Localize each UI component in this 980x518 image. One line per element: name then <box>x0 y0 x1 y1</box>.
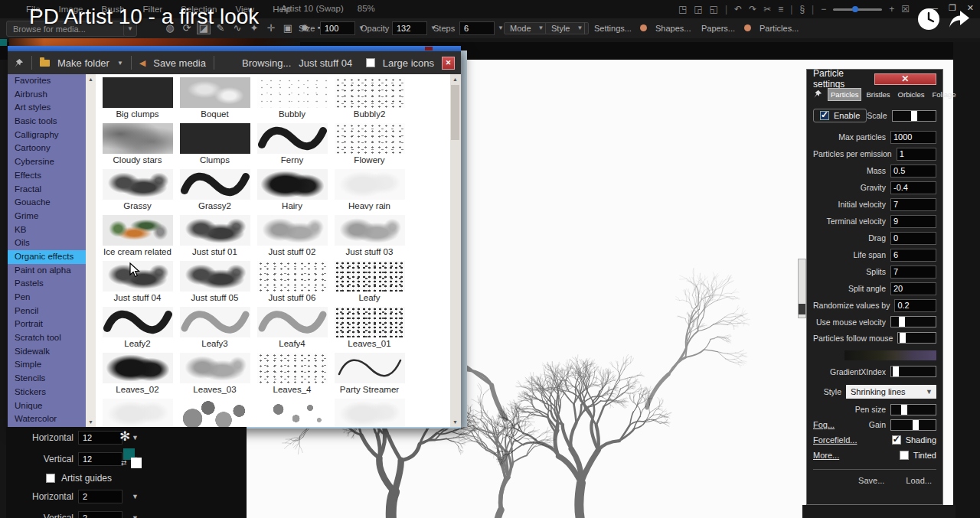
category-item[interactable]: Portrait <box>8 318 86 331</box>
cross-icon[interactable]: ✛ <box>265 22 277 34</box>
brush-item[interactable]: Ice cream related <box>99 215 176 256</box>
category-item[interactable]: Calligraphy <box>8 129 86 142</box>
field-input[interactable]: 0.5 <box>890 165 936 178</box>
brush-thumbnail[interactable] <box>180 353 250 383</box>
brush-item[interactable]: Leafy <box>331 261 408 302</box>
brush-thumbnail[interactable] <box>103 307 173 337</box>
enable-checkbox[interactable] <box>820 111 829 120</box>
brush-thumbnail[interactable] <box>335 215 405 246</box>
brush-item[interactable]: Bubbly2 <box>331 77 408 119</box>
category-item[interactable]: Paint on alpha <box>8 264 86 278</box>
field-input[interactable]: 1000 <box>890 131 936 144</box>
brush-thumbnail[interactable] <box>257 215 328 246</box>
field-input[interactable]: 0.2 <box>894 299 936 312</box>
slider-handle[interactable] <box>901 405 907 415</box>
tinted-checkbox[interactable] <box>900 451 909 460</box>
field-input[interactable]: 7 <box>890 198 936 211</box>
brush-thumbnail[interactable] <box>103 353 173 383</box>
save-media-button[interactable]: Save media <box>153 57 206 69</box>
brush-thumbnail[interactable] <box>180 123 250 154</box>
brush-thumbnail[interactable] <box>103 399 173 427</box>
category-item[interactable]: Organic effects <box>8 250 86 264</box>
section-icon[interactable]: § <box>799 4 805 15</box>
more-link[interactable]: More... <box>813 451 839 460</box>
pin-icon[interactable] <box>14 58 24 68</box>
category-item[interactable]: KB <box>8 223 86 237</box>
particle-tab[interactable]: Orbicles <box>896 89 927 100</box>
particles-follow-mouse-slider[interactable] <box>897 332 936 344</box>
dialog-titlebar[interactable] <box>8 46 461 51</box>
brush-item[interactable]: Big clumps <box>99 77 176 119</box>
field-input[interactable]: -0.4 <box>890 181 936 194</box>
brush-item[interactable]: Bubbly <box>253 77 331 119</box>
particle-panel-close-button[interactable]: ✕ <box>874 73 937 85</box>
category-item[interactable]: Gouache <box>8 196 86 210</box>
category-item[interactable]: Cybersine <box>8 155 86 169</box>
slider-handle[interactable] <box>893 367 899 376</box>
particle-tab[interactable]: Foliage <box>929 89 958 100</box>
scale-slider[interactable] <box>892 110 936 122</box>
particle-tab[interactable]: Bristles <box>864 89 892 100</box>
category-item[interactable]: Pencil <box>8 305 86 318</box>
zoom-out-icon[interactable]: − <box>821 4 826 15</box>
stamp-icon[interactable]: ▣ <box>282 22 294 34</box>
chevron-down-icon[interactable]: ▼ <box>132 493 139 500</box>
brush-item[interactable]: Just stuff 06 <box>253 261 331 302</box>
brush-item[interactable]: Party Streamer <box>331 353 408 394</box>
category-scrollbar[interactable]: ▲ ▼ <box>86 74 96 427</box>
load-button[interactable]: Load... <box>906 476 932 485</box>
undo-icon[interactable]: ↶ <box>734 4 742 15</box>
grid-scrollbar[interactable]: ▲ ▼ <box>450 74 461 427</box>
category-item[interactable]: Stencils <box>8 372 86 386</box>
brush-thumbnail[interactable] <box>103 169 173 200</box>
clone-tool-3-icon[interactable]: ◱ <box>710 4 718 15</box>
category-item[interactable]: Pen <box>8 291 86 305</box>
zoom-slider[interactable] <box>833 8 882 11</box>
brush-thumbnail[interactable] <box>335 261 405 292</box>
slider-handle[interactable] <box>900 333 906 343</box>
papers-button[interactable]: Papers... <box>701 21 735 35</box>
brush-item[interactable] <box>99 399 176 427</box>
zoom-slider-handle[interactable] <box>852 6 858 12</box>
brush-item[interactable] <box>176 399 253 427</box>
brush-item[interactable]: Boquet <box>176 77 253 119</box>
brush-thumbnail[interactable] <box>257 353 328 383</box>
clone-tool-2-icon[interactable]: ◲ <box>694 4 702 15</box>
brush-thumbnail[interactable] <box>257 399 328 427</box>
category-item[interactable]: Unique <box>8 399 86 413</box>
redo-icon[interactable]: ↷ <box>749 4 756 15</box>
mode-button[interactable]: Mode▼ <box>504 21 550 35</box>
brush-thumbnail[interactable] <box>180 77 250 108</box>
field-input[interactable]: 6 <box>890 249 936 262</box>
watch-later-icon[interactable] <box>917 8 940 31</box>
brush-item[interactable] <box>331 399 408 427</box>
brush-thumbnail[interactable] <box>103 77 173 108</box>
brush-thumbnail[interactable] <box>257 169 328 200</box>
category-item[interactable]: Airbrush <box>8 88 86 102</box>
category-item[interactable]: Cartoony <box>8 142 86 155</box>
field-input[interactable]: 1 <box>897 148 936 161</box>
category-item[interactable]: Watercolor <box>8 412 86 426</box>
field-input[interactable]: 9 <box>890 215 936 228</box>
brush-thumbnail[interactable] <box>335 353 405 383</box>
slider-handle[interactable] <box>913 420 919 430</box>
slider-handle[interactable] <box>911 111 917 121</box>
scroll-up-icon[interactable]: ▲ <box>450 74 460 84</box>
save-button[interactable]: Save... <box>858 476 884 485</box>
slider-handle[interactable] <box>899 317 905 327</box>
chevron-down-icon[interactable]: ▼ <box>117 60 123 67</box>
brush-item[interactable]: Flowery <box>331 123 408 165</box>
brush-item[interactable]: Leafy2 <box>99 307 176 348</box>
pin-icon[interactable] <box>813 90 822 99</box>
brush-thumbnail[interactable] <box>257 307 328 337</box>
shapes-button[interactable]: Shapes... <box>655 21 691 35</box>
brush-thumbnail[interactable] <box>103 215 173 246</box>
teal-color-swatch[interactable] <box>0 39 7 46</box>
scroll-up-icon[interactable]: ▲ <box>86 74 96 84</box>
share-icon[interactable] <box>948 8 971 31</box>
category-item[interactable]: Favorites <box>8 74 86 88</box>
brush-thumbnail[interactable] <box>335 307 405 337</box>
particle-tab[interactable]: Particles <box>828 89 861 100</box>
canvas-scrollbar[interactable] <box>798 259 806 318</box>
brush-item[interactable]: Leaves_03 <box>176 353 253 394</box>
